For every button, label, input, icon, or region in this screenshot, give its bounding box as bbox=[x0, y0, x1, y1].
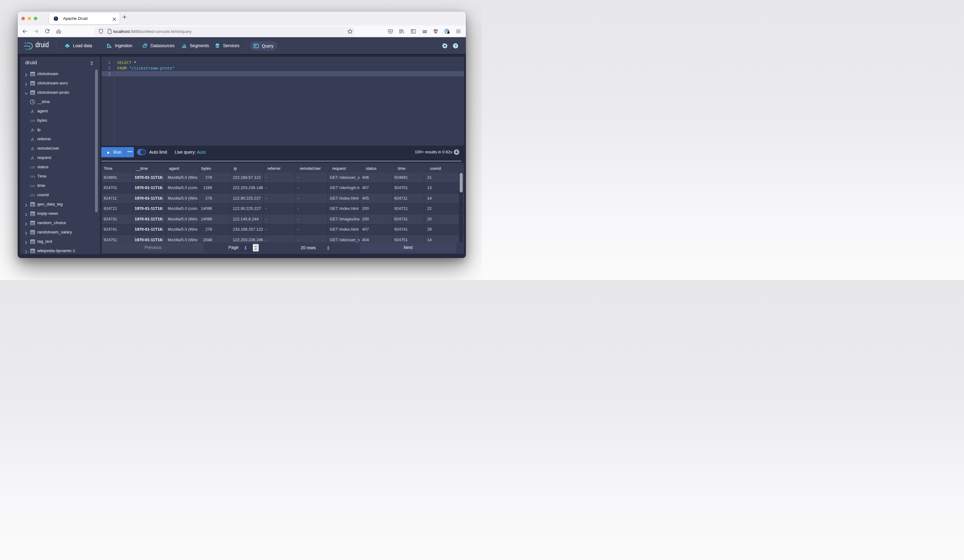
pagination-bar: Previous Page 1 20 rows Next bbox=[101, 242, 464, 254]
sidebar-item[interactable]: clickstream-proto bbox=[20, 88, 100, 97]
traffic-light-zoom[interactable] bbox=[34, 17, 37, 21]
nav-item-datasources[interactable]: Datasources bbox=[143, 37, 175, 54]
sidebar-item[interactable]: 123bytes bbox=[20, 116, 100, 125]
browser-tab[interactable]: Apache Druid bbox=[49, 13, 120, 24]
sidebar-item[interactable]: __time bbox=[20, 97, 100, 107]
sidebar-item[interactable]: 123status bbox=[20, 162, 100, 172]
cell-value: 924731 bbox=[104, 217, 117, 221]
chevron-right-icon[interactable] bbox=[24, 203, 28, 206]
cell-value: 407 bbox=[362, 227, 369, 232]
column-header[interactable]: userid bbox=[428, 164, 463, 173]
sidebar-item[interactable]: 123Time bbox=[20, 172, 100, 181]
library-icon[interactable] bbox=[399, 29, 404, 34]
results-table: Time__timeagentbytesipreferrerremoteUser… bbox=[101, 163, 464, 254]
sidebar-item-label: ip bbox=[37, 125, 41, 135]
sidebar-item[interactable]: clickstream-avro bbox=[20, 78, 100, 88]
nav-item-load-data[interactable]: Load data bbox=[65, 37, 92, 54]
sidebar-item[interactable]: random_choice bbox=[20, 218, 100, 227]
tab-close-icon[interactable] bbox=[112, 17, 116, 21]
horizontal-scrollbar[interactable] bbox=[101, 161, 461, 162]
nav-item-query[interactable]: Query bbox=[250, 41, 277, 50]
table-row[interactable]: 9247411970-01-11T16:Mozilla/5.0 (Windo27… bbox=[101, 224, 464, 235]
query-editor[interactable]: 1SELECT * 2FROM "clickstream-proto" 3 bbox=[101, 57, 464, 146]
privacy-icon[interactable] bbox=[444, 29, 450, 34]
column-header[interactable]: referrer bbox=[265, 164, 298, 173]
table-row[interactable]: 9247311970-01-11T16:Mozilla/5.0 (Windo14… bbox=[101, 214, 464, 225]
run-more-button[interactable]: ••• bbox=[126, 147, 134, 156]
table-row[interactable]: 9246911970-01-11T16:Mozilla/5.0 (Windo27… bbox=[101, 173, 464, 183]
sidebar-item[interactable]: tag_test bbox=[20, 237, 100, 246]
chevron-down-icon[interactable] bbox=[24, 91, 28, 94]
forward-icon[interactable] bbox=[33, 29, 39, 34]
back-icon[interactable] bbox=[22, 29, 28, 34]
bookmark-star-icon[interactable] bbox=[347, 29, 353, 34]
chevron-right-icon[interactable] bbox=[24, 82, 28, 85]
live-query-label[interactable]: Live query: Auto bbox=[174, 146, 205, 159]
browser-tab-bar: Apache Druid bbox=[18, 11, 466, 26]
auto-limit-toggle[interactable] bbox=[137, 149, 146, 155]
pocket-icon[interactable] bbox=[388, 29, 393, 34]
sidebar-item[interactable]: 123userid bbox=[20, 190, 100, 200]
reload-icon[interactable] bbox=[44, 29, 50, 34]
help-icon[interactable]: ? bbox=[453, 43, 458, 49]
column-header[interactable]: status bbox=[364, 164, 396, 173]
sort-icon[interactable] bbox=[90, 61, 94, 67]
page-input[interactable]: 1 bbox=[239, 243, 260, 253]
column-header[interactable]: time bbox=[396, 164, 428, 173]
column-header[interactable]: agent bbox=[167, 164, 199, 173]
column-header[interactable]: request bbox=[330, 164, 364, 173]
chevron-right-icon[interactable] bbox=[24, 249, 28, 253]
next-button[interactable]: Next bbox=[360, 243, 456, 253]
sidebar-item[interactable]: Aip bbox=[20, 125, 100, 135]
previous-button[interactable]: Previous bbox=[103, 243, 204, 253]
chevron-right-icon[interactable] bbox=[24, 230, 28, 234]
menu-icon[interactable] bbox=[456, 29, 461, 34]
chevron-right-icon[interactable] bbox=[24, 72, 28, 76]
traffic-light-minimize[interactable] bbox=[28, 17, 31, 21]
table-scrollbar-track[interactable] bbox=[459, 173, 463, 243]
chevron-right-icon[interactable] bbox=[24, 212, 28, 216]
url-bar[interactable]: localhost:8888/unified-console.html#quer… bbox=[94, 27, 354, 36]
column-header[interactable]: bytes bbox=[199, 164, 232, 173]
home-icon[interactable] bbox=[56, 29, 62, 34]
chevron-right-icon[interactable] bbox=[24, 240, 28, 243]
sidebar-scrollbar[interactable] bbox=[95, 70, 98, 212]
rows-select[interactable]: 20 rows bbox=[297, 243, 335, 253]
nav-item-segments[interactable]: Segments bbox=[182, 37, 209, 54]
column-header[interactable]: Time bbox=[101, 164, 134, 173]
table-row[interactable]: 9247011970-01-11T16:Mozilla/5.0 (compa12… bbox=[101, 183, 464, 193]
chevron-right-icon[interactable] bbox=[24, 221, 28, 225]
new-tab-button[interactable] bbox=[122, 15, 127, 19]
sidebar-item[interactable]: imply-news bbox=[20, 209, 100, 218]
shield-icon[interactable] bbox=[98, 29, 104, 34]
sidebar-icon[interactable] bbox=[410, 29, 416, 34]
traffic-light-close[interactable] bbox=[21, 17, 25, 21]
nav-item-ingestion[interactable]: Ingestion bbox=[107, 37, 132, 54]
download-icon[interactable] bbox=[453, 149, 460, 155]
page-icon[interactable] bbox=[107, 29, 112, 34]
sidebar-item[interactable]: Aagent bbox=[20, 107, 100, 116]
druid-brand[interactable]: druid bbox=[36, 41, 49, 49]
spinner-icon[interactable] bbox=[253, 244, 259, 252]
sidebar-item[interactable]: 123time bbox=[20, 181, 100, 190]
table-row[interactable]: 9247211970-01-11T16:Mozilla/5.0 (compa14… bbox=[101, 204, 464, 214]
gear-icon[interactable] bbox=[442, 43, 448, 49]
column-header[interactable]: remoteUser bbox=[298, 164, 330, 173]
ublock-icon[interactable]: uO bbox=[433, 29, 438, 34]
druid-logo-icon[interactable] bbox=[24, 42, 34, 49]
containers-icon[interactable] bbox=[422, 29, 428, 34]
table-row[interactable]: 9247111970-01-11T16:Mozilla/5.0 (Windo27… bbox=[101, 193, 464, 204]
sidebar-item[interactable]: geo_data_leg bbox=[20, 200, 100, 209]
run-button-group[interactable]: Run ••• bbox=[101, 147, 134, 157]
sidebar-item[interactable]: clickstream bbox=[20, 69, 100, 78]
column-header[interactable]: __time bbox=[134, 164, 167, 173]
sidebar-item[interactable]: Areferrer bbox=[20, 135, 100, 144]
sidebar-item[interactable]: wikipedia-dynamic-1 bbox=[20, 246, 100, 254]
url-text[interactable]: localhost:8888/unified-console.html#quer… bbox=[113, 27, 192, 36]
nav-item-services[interactable]: Services bbox=[215, 37, 239, 54]
sidebar-item[interactable]: randstream_salary bbox=[20, 227, 100, 237]
table-scrollbar-thumb[interactable] bbox=[460, 173, 463, 192]
sidebar-item-label: clickstream bbox=[37, 69, 59, 78]
column-header[interactable]: ip bbox=[232, 164, 265, 173]
table-row[interactable]: 9247511970-01-11T16:Mozilla/5.0 (Windo20… bbox=[101, 235, 464, 243]
